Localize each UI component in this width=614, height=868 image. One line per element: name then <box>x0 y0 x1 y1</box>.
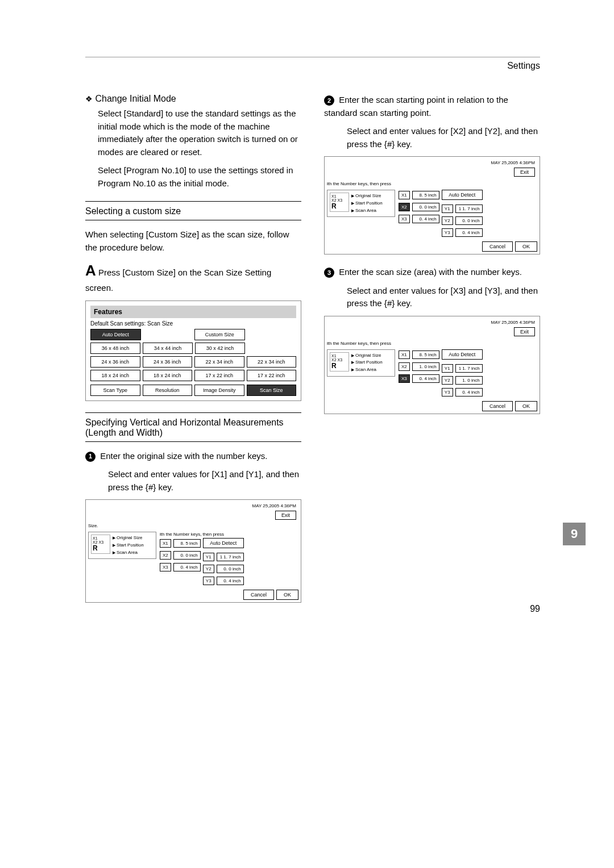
spec-title: Specifying Vertical and Horizontal Measu… <box>85 418 301 438</box>
scan-area-label: Scan Area <box>351 207 383 215</box>
change-initial-mode-label: Change Initial Mode <box>95 94 176 103</box>
x3-value: 0. 4 inch <box>173 563 201 571</box>
size-button[interactable]: 24 x 36 inch <box>90 356 140 368</box>
left-column: ❖ Change Initial Mode Select [Standard] … <box>85 94 301 614</box>
size-button[interactable]: 17 x 22 inch <box>194 370 244 381</box>
x1-label[interactable]: X1 <box>160 539 171 548</box>
y1-label[interactable]: Y1 <box>203 553 214 561</box>
cancel-button[interactable]: Cancel <box>482 241 513 252</box>
exit-button[interactable]: Exit <box>275 511 296 520</box>
diag-x2x3: X2 X3 <box>331 358 347 362</box>
features-title: Features <box>90 306 296 318</box>
y3-label[interactable]: Y3 <box>442 388 453 397</box>
tab-scan-size[interactable]: Scan Size <box>247 385 297 396</box>
ok-button[interactable]: OK <box>515 401 537 411</box>
x1-label[interactable]: X1 <box>399 191 410 199</box>
scan-panel-2: MAY 25,2005 4:36PM Exit ith the Number k… <box>324 156 540 254</box>
size-button[interactable]: 18 x 24 inch <box>143 370 193 381</box>
exit-button[interactable]: Exit <box>514 327 535 336</box>
size-button[interactable]: 17 x 22 inch <box>247 370 297 381</box>
tab-scan-type[interactable]: Scan Type <box>90 385 140 396</box>
features-panel: Features Default Scan settings: Scan Siz… <box>85 301 301 401</box>
diag-x1: X1 <box>331 354 347 358</box>
x2-label[interactable]: X2 <box>399 362 410 371</box>
x1-label[interactable]: X1 <box>399 350 410 359</box>
size-button[interactable]: 22 x 34 inch <box>247 356 297 368</box>
step-a-text: Press [Custom Size] on the Scan Size Set… <box>85 268 271 293</box>
step-1-sub: Select and enter values for [X1] and [Y1… <box>108 468 301 494</box>
x1-value: 8. 5 inch <box>412 191 439 199</box>
size-button[interactable]: 24 x 36 inch <box>143 356 193 368</box>
chapter-tab: 9 <box>563 523 586 545</box>
tab-image-density[interactable]: Image Density <box>194 385 244 396</box>
tab-resolution[interactable]: Resolution <box>143 385 193 396</box>
x2-value: 1. 0 inch <box>412 362 439 371</box>
rule <box>85 441 301 442</box>
size-button[interactable]: 18 x 24 inch <box>90 370 140 381</box>
x3-label[interactable]: X3 <box>399 215 410 223</box>
y1-value: 1 1. 7 inch <box>455 364 483 373</box>
scan-area-label: Scan Area <box>113 549 144 557</box>
header-section: Settings <box>85 61 540 71</box>
custom-size-button[interactable]: Custom Size <box>194 329 245 340</box>
step-1: 1 Enter the original size with the numbe… <box>85 450 301 463</box>
y3-label[interactable]: Y3 <box>442 228 453 237</box>
step-a: A Press [Custom Size] on the Scan Size S… <box>85 260 301 295</box>
start-pos-label: Start Position <box>113 542 144 549</box>
auto-detect-button[interactable]: Auto Detect <box>90 329 141 340</box>
cancel-button[interactable]: Cancel <box>482 401 513 411</box>
change-initial-mode-p2: Select [Program No.10] to use the settin… <box>98 164 301 190</box>
y3-label[interactable]: Y3 <box>203 577 214 585</box>
page-number: 99 <box>530 604 540 614</box>
features-subtitle: Default Scan settings: Scan Size <box>90 320 296 327</box>
auto-detect-button[interactable]: Auto Detect <box>442 190 483 200</box>
spacer <box>247 343 296 354</box>
y1-value: 1 1. 7 inch <box>217 553 244 561</box>
rule <box>85 220 301 220</box>
size-button[interactable]: 36 x 48 inch <box>90 343 140 354</box>
x1-value: 8. 5 inch <box>412 350 439 359</box>
custom-size-title: Selecting a custom size <box>85 206 301 216</box>
x3-label[interactable]: X3 <box>160 563 171 571</box>
y2-value: 0. 0 inch <box>217 565 244 573</box>
step-2: 2 Enter the scan starting point in relat… <box>324 94 540 119</box>
step-letter-a: A <box>85 260 96 282</box>
x2-value: 0. 0 inch <box>173 551 201 560</box>
size-button[interactable]: 30 x 42 inch <box>195 343 245 354</box>
x1-value: 8. 5 inch <box>173 539 201 548</box>
spacer <box>143 329 193 340</box>
rule <box>85 201 301 202</box>
custom-size-intro: When selecting [Custom Size] as the scan… <box>85 228 301 254</box>
auto-detect-button[interactable]: Auto Detect <box>442 349 483 360</box>
start-pos-label: Start Position <box>351 200 383 207</box>
diag-x1: X1 <box>331 194 347 198</box>
exit-button[interactable]: Exit <box>514 168 535 177</box>
scan-diagram: X1 X2 X3 R Original Size Start Position … <box>88 532 156 559</box>
y2-value: 1. 0 inch <box>455 376 483 385</box>
size-button[interactable]: 22 x 34 inch <box>194 356 244 368</box>
y2-label[interactable]: Y2 <box>203 565 214 573</box>
size-button[interactable]: 34 x 44 inch <box>143 343 193 354</box>
x2-label[interactable]: X2 <box>160 551 171 560</box>
header-rule <box>85 57 540 57</box>
y2-value: 0. 0 inch <box>455 216 483 225</box>
y2-label[interactable]: Y2 <box>442 376 453 385</box>
auto-detect-button[interactable]: Auto Detect <box>203 538 244 548</box>
orig-size-label: Original Size <box>351 352 383 360</box>
y2-label[interactable]: Y2 <box>442 216 453 225</box>
scan-hint: ith the Number keys, then press <box>327 181 537 186</box>
y1-label[interactable]: Y1 <box>442 364 453 373</box>
y1-value: 1 1. 7 inch <box>455 205 483 213</box>
x2-label[interactable]: X2 <box>399 203 410 211</box>
ok-button[interactable]: OK <box>515 241 537 252</box>
ok-button[interactable]: OK <box>276 590 298 600</box>
rule <box>85 412 301 413</box>
cancel-button[interactable]: Cancel <box>243 590 274 600</box>
orig-size-label: Original Size <box>113 535 144 542</box>
diag-x2x3: X2 X3 <box>331 198 347 202</box>
size-label: Size. <box>88 523 298 528</box>
spacer <box>247 329 297 340</box>
diamond-icon: ❖ <box>85 94 93 103</box>
x3-label[interactable]: X3 <box>399 374 410 383</box>
y1-label[interactable]: Y1 <box>442 205 453 213</box>
